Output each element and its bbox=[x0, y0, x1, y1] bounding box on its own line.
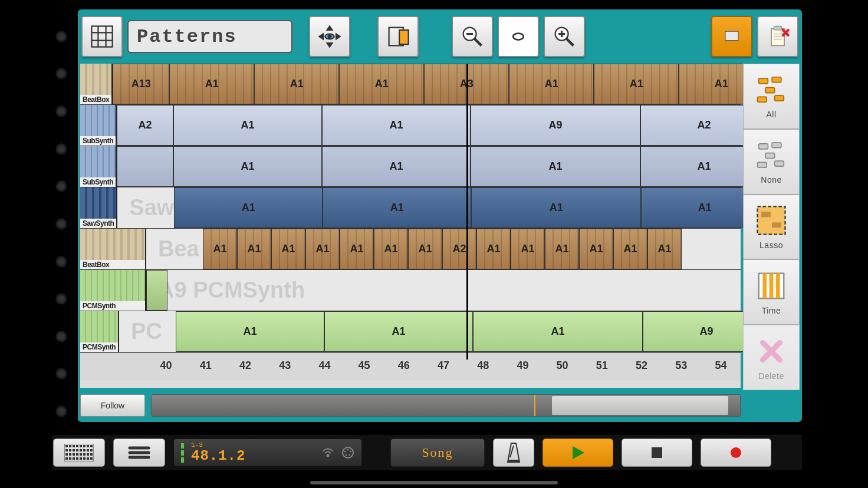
pattern-clip[interactable]: A1 bbox=[322, 146, 471, 187]
track-lane[interactable]: BeaA1A1A1A1A1A1A1A2A1A1A1A1A1A1 bbox=[146, 229, 741, 269]
track-header[interactable]: SubSynth bbox=[80, 146, 117, 187]
track-thumbnail bbox=[80, 146, 116, 177]
bar-number: 43 bbox=[265, 353, 305, 381]
zoom-reset-button[interactable] bbox=[498, 16, 539, 57]
clip-label: A1 bbox=[213, 243, 226, 255]
grid-view-button[interactable] bbox=[81, 16, 123, 57]
pattern-clip[interactable]: A1 bbox=[511, 229, 545, 269]
svg-rect-35 bbox=[772, 222, 781, 227]
svg-rect-18 bbox=[771, 29, 784, 46]
svg-rect-43 bbox=[73, 445, 75, 447]
pattern-clip[interactable]: A1 bbox=[408, 229, 442, 269]
track-header[interactable]: PCMSynth bbox=[80, 270, 146, 311]
track-lane[interactable]: A13A1A1A1A3A1A1A1 bbox=[113, 64, 764, 104]
track-row[interactable]: BeatBoxBeaA1A1A1A1A1A1A1A2A1A1A1A1A1A1 bbox=[80, 229, 741, 270]
song-mode-button[interactable]: Song bbox=[390, 438, 485, 467]
pattern-clip[interactable]: A9 bbox=[471, 105, 640, 146]
pattern-clip[interactable]: A1 bbox=[169, 64, 254, 104]
track-row[interactable]: SubSynthA2 UBA1A1A1A1 bbox=[80, 146, 741, 187]
pattern-clip[interactable]: A1 bbox=[173, 105, 322, 146]
select-tool-button[interactable] bbox=[711, 16, 752, 57]
stop-button[interactable] bbox=[622, 438, 692, 467]
pattern-clip[interactable]: A1 bbox=[324, 311, 473, 352]
pattern-clip[interactable]: A1 bbox=[305, 229, 340, 269]
keyboard-button[interactable] bbox=[53, 438, 105, 467]
sequencer-grid[interactable]: BeatBoxA13A1A1A1A3A1A1A1SubSynthA2A1A1A9… bbox=[80, 64, 741, 388]
clip-label: A1 bbox=[350, 243, 363, 255]
pattern-clip[interactable]: A1 bbox=[374, 229, 408, 269]
pattern-clip[interactable]: A1 bbox=[237, 229, 271, 269]
lasso-button[interactable]: Lasso bbox=[743, 194, 800, 260]
pattern-clip[interactable] bbox=[146, 270, 167, 311]
pattern-clip[interactable]: A1 bbox=[471, 187, 641, 228]
pattern-clip[interactable]: A1 bbox=[579, 229, 613, 269]
record-button[interactable] bbox=[701, 438, 771, 467]
clip-label: A1 bbox=[623, 243, 637, 255]
track-lane[interactable]: A2A1A1A9A2 bbox=[117, 105, 768, 146]
time-select-button[interactable]: Time bbox=[743, 259, 800, 325]
pattern-clip[interactable]: A1 bbox=[476, 229, 511, 269]
pattern-clip[interactable]: A1 bbox=[471, 146, 640, 187]
empty-region[interactable] bbox=[119, 311, 176, 352]
pattern-clip[interactable]: A1 bbox=[339, 64, 424, 104]
track-header[interactable]: BeatBox bbox=[80, 229, 146, 269]
track-row[interactable]: BeatBoxA13A1A1A1A3A1A1A1 bbox=[80, 64, 741, 105]
follow-button[interactable]: Follow bbox=[80, 394, 145, 417]
pattern-clip[interactable]: A1 bbox=[173, 146, 322, 187]
pattern-clip[interactable]: A1 bbox=[647, 229, 682, 269]
pattern-clip[interactable]: A1 bbox=[176, 311, 324, 352]
svg-rect-57 bbox=[65, 453, 68, 456]
svg-rect-59 bbox=[73, 453, 75, 456]
track-row[interactable]: PCMSynthA9 PCMSynth bbox=[80, 270, 741, 311]
horizontal-scrollbar[interactable] bbox=[151, 394, 741, 417]
svg-point-12 bbox=[513, 34, 524, 40]
split-button[interactable] bbox=[377, 16, 419, 57]
pattern-clip[interactable]: A1 bbox=[340, 229, 374, 269]
track-row[interactable]: SawSynthSawA1A1A1A1 bbox=[80, 187, 741, 229]
bar-ruler[interactable]: 404142434445464748495051525354 bbox=[80, 352, 741, 381]
pattern-clip[interactable]: A1 bbox=[509, 64, 594, 104]
pattern-clip[interactable]: A1 bbox=[203, 229, 237, 269]
select-all-button[interactable]: All bbox=[743, 64, 800, 129]
track-header[interactable]: SubSynth bbox=[80, 105, 117, 146]
select-none-button[interactable]: None bbox=[743, 129, 800, 194]
delete-button[interactable]: Delete bbox=[743, 325, 800, 390]
track-header[interactable]: BeatBox bbox=[80, 64, 113, 104]
pan-view-button[interactable] bbox=[309, 16, 350, 57]
pattern-clip[interactable]: A2 bbox=[117, 105, 173, 146]
pattern-clip[interactable]: A1 bbox=[271, 229, 305, 269]
pattern-clip[interactable]: A1 bbox=[594, 64, 679, 104]
scroll-thumb[interactable] bbox=[552, 396, 728, 415]
track-header[interactable]: PCMSynth bbox=[80, 311, 119, 352]
menu-button[interactable] bbox=[113, 438, 165, 467]
pattern-clip[interactable]: A1 bbox=[613, 229, 647, 269]
playhead[interactable] bbox=[466, 64, 468, 360]
zoom-out-button[interactable] bbox=[452, 16, 493, 57]
pattern-clip[interactable]: A1 bbox=[174, 187, 323, 228]
play-button[interactable] bbox=[542, 438, 613, 467]
track-row[interactable]: PCMSynthPCA1A1A1A9 bbox=[80, 311, 741, 352]
track-lane[interactable]: A9 PCMSynth bbox=[146, 270, 741, 311]
track-lane[interactable]: A2 UBA1A1A1A1 bbox=[117, 146, 768, 187]
track-lane[interactable]: PCA1A1A1A9 bbox=[119, 311, 770, 352]
pattern-clip[interactable] bbox=[117, 146, 173, 187]
pattern-clip[interactable]: A1 bbox=[323, 187, 471, 228]
pattern-clip[interactable]: A13 bbox=[113, 64, 169, 104]
zoom-in-button[interactable] bbox=[544, 16, 585, 57]
position-display[interactable]: 1-3 48.1.2 bbox=[173, 438, 362, 467]
pattern-clip[interactable]: A1 bbox=[473, 311, 643, 352]
track-lane[interactable]: SawA1A1A1A1 bbox=[117, 187, 768, 228]
empty-region[interactable] bbox=[117, 187, 174, 228]
empty-region[interactable] bbox=[146, 229, 203, 269]
clipboard-button[interactable] bbox=[757, 16, 798, 57]
pattern-clip[interactable]: A1 bbox=[322, 105, 471, 146]
bar-number: 48 bbox=[463, 353, 503, 381]
track-row[interactable]: SubSynthA2A1A1A9A2 bbox=[80, 105, 741, 146]
metronome-button[interactable] bbox=[493, 438, 534, 467]
clip-label: A1 bbox=[241, 119, 254, 131]
track-header[interactable]: SawSynth bbox=[80, 187, 117, 228]
mode-display[interactable]: Patterns bbox=[127, 20, 292, 53]
pattern-clip[interactable]: A1 bbox=[545, 229, 579, 269]
pattern-clip[interactable]: A2 bbox=[442, 229, 476, 269]
pattern-clip[interactable]: A1 bbox=[254, 64, 339, 104]
